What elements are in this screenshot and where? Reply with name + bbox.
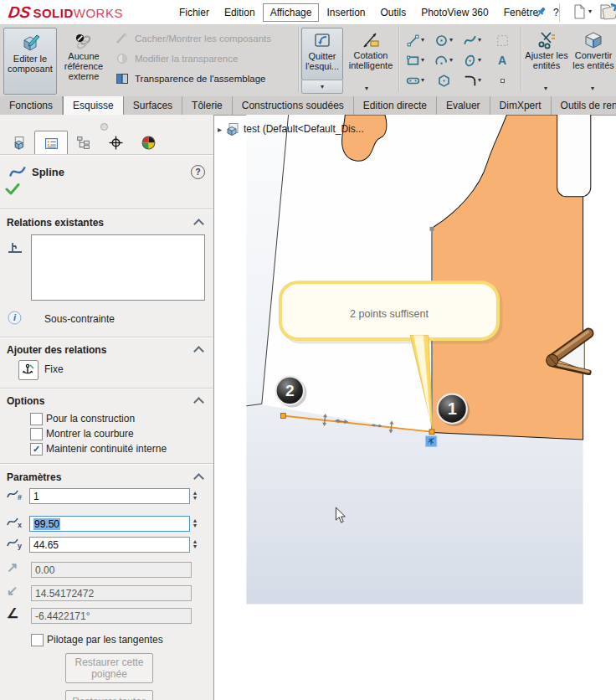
checkbox-label: Pour la construction: [46, 413, 135, 425]
spinner-control[interactable]: ▲▼: [190, 516, 200, 531]
tab-fonctions[interactable]: Fonctions: [0, 96, 63, 115]
trim-entities-button[interactable]: Ajuster les entités: [524, 28, 569, 79]
ok-check-icon[interactable]: [5, 183, 20, 196]
open-document-button[interactable]: [599, 3, 616, 21]
fix-relation-button[interactable]: [18, 360, 38, 380]
logo-ds: DS: [7, 3, 31, 22]
tab-esquisse[interactable]: Esquisse: [63, 96, 124, 115]
relations-listbox[interactable]: [31, 234, 205, 301]
checkbox-for-construction[interactable]: [30, 413, 43, 425]
exit-sketch-button[interactable]: Quitter l'esqui...: [301, 28, 343, 80]
spline-point-number-field[interactable]: 1: [29, 488, 190, 504]
menu-photoview[interactable]: PhotoView 360: [413, 3, 496, 22]
arc-tool-button[interactable]: ▾: [431, 51, 456, 69]
menu-affichage[interactable]: Affichage: [263, 3, 320, 22]
chevron-down-icon[interactable]: ▾: [449, 37, 453, 44]
tab-dimxpert-manager[interactable]: [100, 131, 131, 154]
expand-arrow-icon[interactable]: ▸: [218, 125, 222, 134]
spline-point-y-field[interactable]: 44.65: [29, 537, 190, 553]
menu-edition[interactable]: Edition: [217, 3, 263, 22]
slot-tool-button[interactable]: ▾: [403, 71, 428, 90]
arrow-up-right-glyph: ↗: [7, 560, 18, 574]
chevron-down-icon[interactable]: ▾: [588, 8, 592, 15]
point-tool-button[interactable]: [490, 71, 515, 90]
fillet-tool-button[interactable]: ▾: [459, 71, 485, 90]
feature-tree-item-label[interactable]: test (Default<Default_Dis...: [244, 123, 364, 135]
x-glyph: x: [18, 521, 22, 529]
checkbox-tangent-driving[interactable]: [31, 634, 44, 646]
chevron-down-icon[interactable]: ▾: [421, 57, 424, 64]
chevron-down-icon[interactable]: ▾: [449, 57, 453, 64]
tab-feature-manager[interactable]: [2, 131, 33, 154]
checkbox-maintain-internal-continuity[interactable]: ✓: [30, 443, 43, 456]
menu-separator: [559, 3, 560, 22]
smart-dimension-button[interactable]: Cotation intelligente: [346, 28, 395, 79]
tab-tolerie[interactable]: Tôlerie: [182, 96, 233, 115]
ellipse-tool-button[interactable]: ▾: [459, 51, 485, 69]
panel-title: Spline: [32, 166, 64, 178]
chevron-down-icon[interactable]: ▾: [478, 37, 481, 44]
line-tool-button[interactable]: ▾: [403, 31, 428, 49]
edit-component-button[interactable]: Editer le composant: [3, 28, 57, 95]
text-tool-button[interactable]: A: [490, 51, 515, 69]
convert-entities-label: Convertir les entités: [571, 50, 616, 70]
menu-outils[interactable]: Outils: [373, 3, 414, 22]
radial-tangent-icon: ↗: [7, 559, 27, 576]
convert-entities-button[interactable]: Convertir les entités: [571, 28, 616, 79]
reset-all-handles-button[interactable]: Restaurer toutes: [65, 690, 153, 700]
assembly-transparency-item[interactable]: Transparence de l'assemblage: [116, 72, 265, 85]
tab-surfaces[interactable]: Surfaces: [124, 96, 182, 115]
convert-entities-dropdown[interactable]: ▾: [591, 81, 594, 93]
rectangle-tool-button[interactable]: ▾: [403, 51, 428, 69]
spinner-control[interactable]: ▲▼: [190, 537, 200, 552]
new-document-button[interactable]: ▾: [572, 4, 592, 19]
no-external-ref-button[interactable]: Aucune référence externe: [59, 28, 109, 96]
trim-entities-dropdown[interactable]: ▾: [544, 81, 547, 93]
checkbox-label: Maintenir continuité interne: [46, 443, 167, 455]
no-external-ref-label: Aucune référence externe: [59, 51, 109, 81]
tab-evaluer[interactable]: Evaluer: [437, 96, 490, 115]
spinner-control[interactable]: ▲▼: [190, 488, 200, 503]
smart-dimension-dropdown[interactable]: ▾: [365, 81, 368, 93]
tab-outils-de-rendu[interactable]: Outils de rendu: [552, 96, 616, 115]
chevron-down-icon[interactable]: ▾: [478, 57, 481, 64]
tab-edition-directe[interactable]: Edition directe: [354, 96, 437, 115]
circle-tool-button[interactable]: ▾: [431, 31, 456, 49]
help-button[interactable]: ?: [191, 165, 205, 179]
fixed-relation-badge[interactable]: [425, 436, 436, 447]
collapse-chevron-icon[interactable]: [195, 218, 203, 225]
spline-point-x-field[interactable]: 99.50: [29, 516, 190, 532]
spline-endpoint[interactable]: [280, 414, 285, 419]
exit-sketch-dropdown[interactable]: ▾: [301, 80, 343, 94]
collapse-chevron-icon[interactable]: [195, 472, 203, 480]
collapse-chevron-icon[interactable]: [195, 396, 203, 404]
toolbar-separator: [521, 27, 521, 92]
chevron-down-icon: ▾: [365, 85, 368, 92]
panel-splitter-handle[interactable]: [100, 123, 108, 131]
chevron-down-icon[interactable]: ▾: [421, 77, 424, 84]
field-value: 1: [33, 491, 39, 502]
menu-help[interactable]: ?: [546, 3, 567, 22]
reset-this-handle-button[interactable]: Restaurer cette poignée: [65, 653, 153, 683]
collapse-chevron-icon[interactable]: [195, 345, 203, 353]
spline-endpoint[interactable]: [429, 430, 434, 435]
checkbox-show-curvature[interactable]: [30, 428, 43, 440]
polygon-tool-button[interactable]: [431, 71, 456, 90]
tab-display-manager[interactable]: [132, 131, 164, 154]
field-value: 14.54172472: [35, 588, 94, 600]
tab-property-manager[interactable]: [34, 131, 68, 156]
tab-dimxpert[interactable]: DimXpert: [490, 96, 552, 115]
spline-tool-button[interactable]: ▾: [459, 31, 485, 49]
trim-entities-label: Ajuster les entités: [524, 50, 569, 70]
graphics-viewport[interactable]: 2 points suffisent 2 1: [213, 115, 616, 700]
chevron-down-icon[interactable]: ▾: [478, 77, 481, 84]
arc-icon: [434, 54, 449, 68]
feature-tree-root[interactable]: ▸ test (Default<Default_Dis...: [218, 122, 364, 136]
menu-fichier[interactable]: Fichier: [172, 3, 217, 22]
tab-configuration-manager[interactable]: [67, 131, 99, 154]
pin-menu-icon[interactable]: [534, 5, 548, 19]
chevron-down-icon[interactable]: ▾: [421, 37, 424, 44]
tab-constructions-soudees[interactable]: Constructions soudées: [233, 96, 354, 115]
hash-glyph: #: [18, 493, 22, 502]
menu-insertion[interactable]: Insertion: [319, 3, 372, 22]
